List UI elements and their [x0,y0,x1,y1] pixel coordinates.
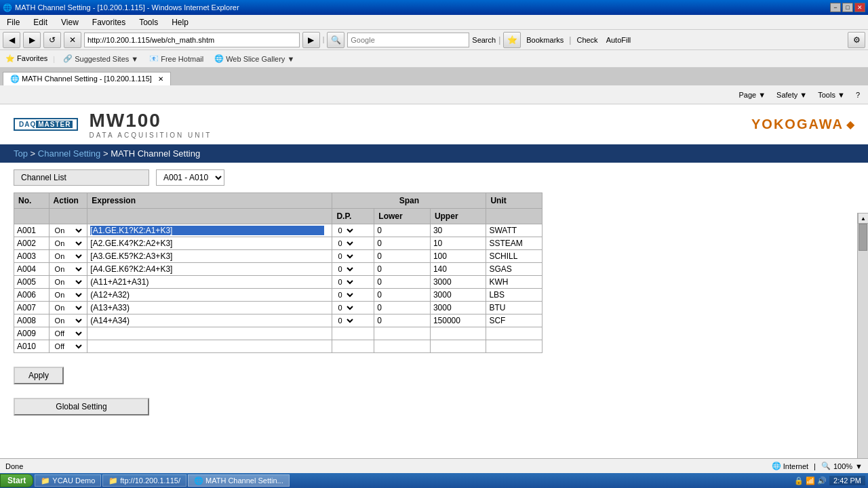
cell-expression[interactable] [87,250,332,263]
cell-dp[interactable] [332,340,374,353]
action-select[interactable]: OnOff [52,290,85,300]
menu-view[interactable]: View [57,16,83,28]
scrollbar[interactable]: ▲ ▼ [857,213,868,458]
cell-action[interactable]: OnOff [49,302,87,314]
menu-help[interactable]: Help [167,16,193,28]
maximize-button[interactable]: □ [842,3,853,12]
expression-input[interactable] [90,264,324,274]
cell-dp[interactable]: 0123 [332,224,374,237]
cell-action[interactable]: OnOff [49,276,87,289]
apply-button[interactable]: Apply [14,367,64,384]
cell-dp[interactable]: 0123 [332,237,374,250]
expression-input[interactable] [90,303,324,312]
action-select[interactable]: OnOff [52,342,85,351]
scroll-track[interactable] [858,224,868,458]
expression-input[interactable] [90,277,324,287]
cell-expression[interactable] [87,340,332,353]
cell-action[interactable]: OnOff [49,263,87,276]
expression-input[interactable] [90,329,324,338]
cell-dp[interactable] [332,327,374,340]
cell-action[interactable]: OnOff [49,224,87,237]
cell-action[interactable]: OnOff [49,327,87,340]
back-button[interactable]: ◀ [3,32,20,48]
cell-expression[interactable] [87,289,332,302]
action-select[interactable]: OnOff [52,251,85,261]
expression-input[interactable] [90,239,324,248]
scroll-thumb[interactable] [859,224,867,251]
expression-input[interactable] [90,290,324,300]
bookmarks-button[interactable]: Bookmarks [524,35,566,45]
cell-action[interactable]: OnOff [49,314,87,327]
cell-action[interactable]: OnOff [49,340,87,353]
cell-expression[interactable] [87,237,332,250]
cell-action[interactable]: OnOff [49,289,87,302]
start-button[interactable]: Start [0,474,33,487]
dp-select[interactable]: 0123 [335,277,355,287]
cell-expression[interactable] [87,327,332,340]
close-button[interactable]: ✕ [854,3,865,12]
breadcrumb-top[interactable]: Top [14,148,28,159]
tools-button[interactable]: Tools ▼ [815,89,848,100]
action-select[interactable]: OnOff [52,277,85,287]
cell-dp[interactable]: 0123 [332,263,374,276]
cell-dp[interactable]: 0123 [332,302,374,314]
go-button[interactable]: ▶ [302,32,320,48]
dp-select[interactable]: 0123 [335,316,355,325]
cell-action[interactable]: OnOff [49,237,87,250]
global-setting-button[interactable]: Global Setting [14,398,149,415]
autofill-button[interactable]: AutoFill [604,35,634,45]
tab-close-icon[interactable]: ✕ [158,75,163,83]
minimize-button[interactable]: − [830,3,841,12]
cell-expression[interactable] [87,314,332,327]
cell-expression[interactable] [87,224,332,237]
taskbar-ftp[interactable]: 📁 ftp://10.200.1.115/ [102,474,186,487]
web-slice-gallery[interactable]: 🌐 Web Slice Gallery ▼ [212,53,297,64]
cell-dp[interactable]: 0123 [332,250,374,263]
free-hotmail[interactable]: 📧 Free Hotmail [146,53,206,64]
breadcrumb-channel-setting[interactable]: Channel Setting [38,148,101,159]
dp-select[interactable]: 0123 [335,303,355,312]
cell-dp[interactable]: 0123 [332,289,374,302]
action-select[interactable]: OnOff [52,316,85,325]
refresh-button[interactable]: ↺ [43,32,61,48]
taskbar-ycau[interactable]: 📁 YCAU Demo [35,474,101,487]
forward-button[interactable]: ▶ [23,32,41,48]
google-search-input[interactable] [347,33,469,47]
help-button[interactable]: ? [853,89,863,100]
check-button[interactable]: Check [574,35,600,45]
dp-select[interactable]: 0123 [335,290,355,300]
expression-input[interactable] [90,342,324,351]
cell-expression[interactable] [87,302,332,314]
action-select[interactable]: OnOff [52,303,85,312]
action-select[interactable]: OnOff [52,329,85,338]
search-label[interactable]: Search [472,36,496,44]
expression-input[interactable] [90,226,324,235]
menu-tools[interactable]: Tools [135,16,162,28]
cell-action[interactable]: OnOff [49,250,87,263]
expression-input[interactable] [90,251,324,261]
dp-select[interactable]: 0123 [335,264,355,274]
taskbar-math[interactable]: 🌐 MATH Channel Settin... [188,474,290,487]
zoom-level[interactable]: 🔍 100% ▼ [821,462,863,470]
suggested-sites[interactable]: 🔗 Suggested Sites ▼ [60,53,141,64]
dp-select[interactable]: 0123 [335,251,355,261]
menu-edit[interactable]: Edit [29,16,52,28]
cell-dp[interactable]: 0123 [332,314,374,327]
settings-icon[interactable]: ⚙ [848,32,865,48]
expression-input[interactable] [90,316,324,325]
menu-favorites[interactable]: Favorites [88,16,130,28]
dp-select[interactable]: 0123 [335,226,355,235]
cell-expression[interactable] [87,276,332,289]
safety-button[interactable]: Safety ▼ [774,89,810,100]
cell-dp[interactable]: 0123 [332,276,374,289]
page-button[interactable]: Page ▼ [736,89,768,100]
favorites-button[interactable]: ⭐ Favorites [5,54,47,63]
channel-range-select[interactable]: A001 - A010 [156,169,224,186]
address-bar[interactable] [84,33,300,47]
scroll-up-arrow[interactable]: ▲ [858,213,868,224]
action-select[interactable]: OnOff [52,226,85,235]
action-select[interactable]: OnOff [52,264,85,274]
dp-select[interactable]: 0123 [335,239,355,248]
action-select[interactable]: OnOff [52,239,85,248]
menu-file[interactable]: File [3,16,24,28]
